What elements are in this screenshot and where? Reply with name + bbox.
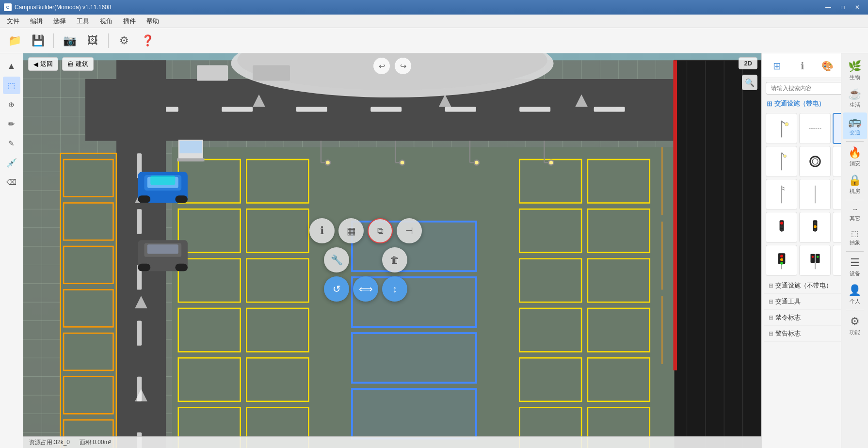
svg-rect-142: [179, 141, 202, 154]
view-2d-button[interactable]: 2D: [739, 57, 757, 69]
item-wire[interactable]: [799, 113, 831, 144]
sidebar-item-abstract[interactable]: ⬚ 抽象: [843, 226, 867, 249]
svg-rect-76: [137, 209, 142, 234]
svg-rect-78: [137, 321, 142, 346]
sidebar-item-traffic[interactable]: 🚌 交通: [843, 112, 867, 139]
subcat-grid-icon-1: ⊞: [769, 282, 773, 289]
personal-label: 个人: [850, 298, 860, 305]
sidebar-item-device[interactable]: ☰ 设备: [843, 254, 867, 280]
subcat-grid-icon-3: ⊞: [769, 314, 773, 321]
sidebar-item-bio[interactable]: 🌿 生物: [843, 57, 867, 84]
menu-tools[interactable]: 工具: [72, 15, 94, 28]
toolbar: 📁 💾 📷 🖼 ⚙ ❓: [0, 28, 868, 53]
subcat-grid-icon-4: ⊞: [769, 330, 773, 337]
sidebar-item-other[interactable]: ··· 其它: [843, 202, 867, 225]
subcat-label-1: 交通设施（不带电）: [775, 281, 832, 290]
toolbar-separator-2: [108, 33, 109, 48]
eyedropper-tool[interactable]: 💉: [3, 154, 20, 172]
flip-button[interactable]: ⊣: [397, 218, 422, 243]
svg-rect-67: [370, 107, 402, 112]
sidebar-item-server[interactable]: 🔒 机房: [843, 171, 867, 198]
canvas-area[interactable]: ◀ 返回 🏛 建筑 ↩ ↪ 2D 🔍 ℹ ▦ ⧉ ⊣ 🔧: [23, 53, 761, 448]
device-icon: ☰: [850, 256, 860, 269]
tab-palette[interactable]: 🎨: [819, 57, 836, 75]
other-icon: ···: [853, 205, 856, 214]
menu-edit[interactable]: 编辑: [25, 15, 48, 28]
sidebar-item-personal[interactable]: 👤 个人: [843, 281, 867, 308]
sidebar-item-life[interactable]: ☕ 生活: [843, 85, 867, 112]
app-icon: C: [4, 3, 12, 11]
delete-button[interactable]: 🗑: [382, 247, 407, 272]
undo-button[interactable]: ↩: [373, 57, 390, 75]
device-label: 设备: [850, 270, 860, 277]
edit-tool[interactable]: ✎: [3, 135, 20, 152]
svg-point-171: [810, 157, 820, 167]
menu-help[interactable]: 帮助: [142, 15, 164, 28]
svg-rect-125: [175, 195, 188, 203]
move-horizontal-button[interactable]: ⟺: [353, 276, 378, 302]
building-breadcrumb[interactable]: 🏛 建筑: [62, 57, 94, 71]
save-button[interactable]: 💾: [28, 31, 48, 50]
eraser-tool[interactable]: ⌫: [3, 174, 20, 191]
info-button[interactable]: ℹ: [309, 218, 335, 243]
back-button[interactable]: ◀ 返回: [28, 57, 58, 71]
image-button[interactable]: 🖼: [83, 31, 102, 50]
item-traffic-light-2[interactable]: [799, 245, 831, 276]
item-tall-pole[interactable]: [766, 179, 797, 210]
move-vertical-button[interactable]: ↕: [382, 276, 407, 302]
strip-separator-2: [846, 200, 864, 200]
select-tool[interactable]: ⬚: [3, 77, 20, 94]
item-lamp-post[interactable]: [766, 146, 797, 177]
svg-rect-143: [177, 158, 204, 161]
menu-plugins[interactable]: 插件: [118, 15, 141, 28]
life-label: 生活: [850, 101, 860, 109]
close-button[interactable]: ✕: [851, 2, 864, 13]
open-folder-button[interactable]: 📁: [5, 31, 24, 50]
item-traffic-light-1[interactable]: [766, 245, 797, 276]
svg-point-184: [780, 225, 783, 228]
item-signal-red[interactable]: [766, 212, 797, 243]
redo-button[interactable]: ↪: [394, 57, 412, 75]
item-ring[interactable]: [799, 146, 831, 177]
sidebar-item-function[interactable]: ⚙ 功能: [843, 312, 867, 339]
rotate-button[interactable]: ↺: [324, 276, 349, 302]
settings-button[interactable]: ⚙: [114, 31, 134, 50]
abstract-label: 抽象: [850, 239, 860, 246]
svg-point-149: [400, 160, 404, 165]
pencil-tool[interactable]: ✏: [3, 115, 20, 133]
menu-view[interactable]: 视角: [95, 15, 117, 28]
main-area: ▲ ⬚ ⊕ ✏ ✎ 💉 ⌫: [0, 53, 868, 448]
subcat-label-2: 交通工具: [775, 297, 801, 306]
svg-point-155: [548, 160, 553, 165]
svg-line-176: [782, 187, 785, 188]
svg-rect-120: [352, 389, 476, 438]
item-street-lamp-1[interactable]: [766, 113, 797, 144]
arrow-tool[interactable]: ▲: [3, 57, 20, 75]
move-tool[interactable]: ⊕: [3, 96, 20, 113]
menu-select[interactable]: 选择: [48, 15, 71, 28]
category-label: 交通设施（带电）: [774, 99, 825, 108]
svg-point-202: [811, 256, 813, 257]
tab-grid[interactable]: ⊞: [769, 57, 786, 75]
menu-file[interactable]: 文件: [2, 15, 24, 28]
tab-info[interactable]: ℹ: [794, 57, 811, 75]
maximize-button[interactable]: □: [836, 2, 850, 13]
wrench-button[interactable]: 🔧: [324, 247, 349, 272]
item-signal-yellow[interactable]: [799, 212, 831, 243]
left-sidebar: ▲ ⬚ ⊕ ✏ ✎ 💉 ⌫: [0, 53, 23, 448]
help-button[interactable]: ❓: [138, 31, 157, 50]
toolbar-separator-1: [53, 33, 54, 48]
zoom-button[interactable]: 🔍: [742, 75, 757, 90]
app-title: CampusBuilder(Momoda) v1.11.1608: [15, 4, 111, 11]
sidebar-item-fire[interactable]: 🔥 消安: [843, 144, 867, 170]
screenshot-button[interactable]: 📷: [60, 31, 79, 50]
copy-button[interactable]: ⧉: [368, 218, 393, 243]
svg-rect-156: [197, 65, 228, 81]
item-thin-pole[interactable]: [799, 179, 831, 210]
svg-rect-124: [138, 195, 151, 203]
minimize-button[interactable]: —: [821, 2, 835, 13]
group-button[interactable]: ▦: [338, 218, 364, 243]
svg-rect-130: [138, 264, 151, 271]
svg-point-197: [780, 258, 783, 261]
abstract-icon: ⬚: [851, 229, 858, 238]
